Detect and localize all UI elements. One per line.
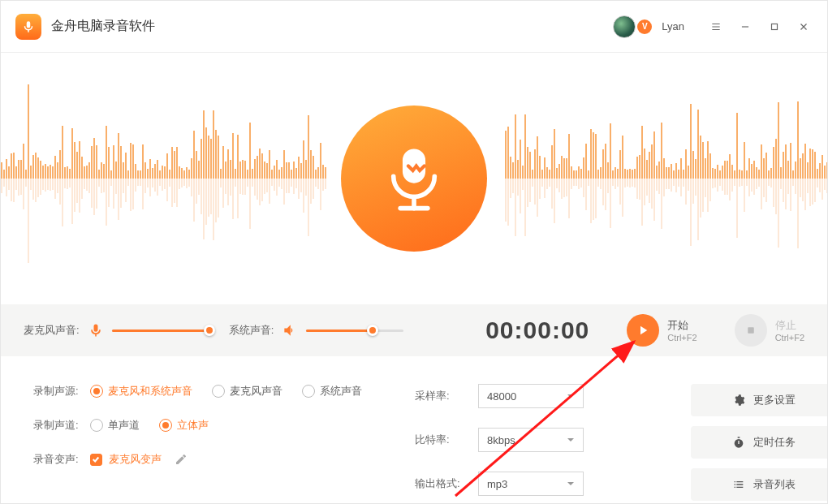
system-level-slider[interactable] xyxy=(306,330,403,332)
close-icon xyxy=(798,21,809,32)
gear-icon xyxy=(732,394,745,407)
close-button[interactable] xyxy=(791,17,816,37)
start-record-text: 开始 Ctrl+F2 xyxy=(667,318,696,342)
slider-thumb[interactable] xyxy=(367,325,378,336)
voice-fx-label: 录音变声: xyxy=(33,452,79,467)
app-logo xyxy=(15,14,41,40)
timed-task-button[interactable]: 定时任务 xyxy=(691,426,828,459)
bitrate-select[interactable]: 8kbps xyxy=(478,428,584,452)
radio-label: 麦克风和系统声音 xyxy=(108,384,192,398)
stop-record-shortcut: Ctrl+F2 xyxy=(775,333,804,342)
sample-rate-select[interactable]: 48000 xyxy=(478,384,584,408)
slider-fill xyxy=(306,330,373,332)
slider-fill xyxy=(112,330,209,332)
user-avatar[interactable] xyxy=(613,15,636,38)
format-row: 输出格式: mp3 xyxy=(415,472,691,496)
chevron-down-icon xyxy=(567,434,575,446)
format-select[interactable]: mp3 xyxy=(478,472,584,496)
menu-icon xyxy=(710,21,722,32)
svg-rect-0 xyxy=(772,24,778,29)
minimize-button[interactable] xyxy=(733,17,757,37)
hero-visualization xyxy=(1,53,827,304)
sidebtn-label: 录音列表 xyxy=(753,477,796,492)
settings-area: 录制声源: 麦克风和系统声音 麦克风声音 系统声音 录制声道: 单声道 xyxy=(1,356,827,501)
radio-dot xyxy=(90,385,103,398)
radio-mic-only[interactable]: 麦克风声音 xyxy=(212,384,282,398)
more-settings-button[interactable]: 更多设置 xyxy=(691,384,828,416)
maximize-button[interactable] xyxy=(762,17,787,37)
select-value: mp3 xyxy=(487,478,507,490)
minimize-icon xyxy=(740,21,751,32)
user-name[interactable]: Lyan xyxy=(662,20,684,32)
stopwatch-icon xyxy=(732,436,745,449)
start-record-shortcut: Ctrl+F2 xyxy=(667,333,696,342)
format-label: 输出格式: xyxy=(415,476,467,491)
bitrate-label: 比特率: xyxy=(415,433,467,447)
play-icon xyxy=(627,314,659,347)
radio-label: 立体声 xyxy=(177,418,209,433)
radio-mono[interactable]: 单声道 xyxy=(90,418,140,433)
start-record-label: 开始 xyxy=(667,318,696,333)
select-value: 8kbps xyxy=(487,434,515,446)
settings-left-column: 录制声源: 麦克风和系统声音 麦克风声音 系统声音 录制声道: 单声道 xyxy=(33,384,415,501)
record-source-label: 录制声源: xyxy=(33,384,79,398)
pencil-icon xyxy=(175,453,188,466)
mic-level-meter: 麦克风声音: xyxy=(24,322,209,338)
radio-dot xyxy=(212,385,225,398)
record-channel-label: 录制声道: xyxy=(33,418,79,433)
svg-rect-2 xyxy=(748,327,754,334)
radio-dot xyxy=(90,419,103,432)
checkbox-label: 麦克风变声 xyxy=(109,452,162,467)
checkbox-box xyxy=(90,454,102,466)
slider-thumb[interactable] xyxy=(204,325,215,336)
check-icon xyxy=(92,455,100,463)
radio-label: 系统声音 xyxy=(320,384,362,398)
stop-record-button[interactable]: 停止 Ctrl+F2 xyxy=(735,314,804,347)
mic-level-slider[interactable] xyxy=(112,330,209,332)
radio-dot xyxy=(159,419,172,432)
record-source-row: 录制声源: 麦克风和系统声音 麦克风声音 系统声音 xyxy=(33,384,415,398)
vip-badge: V xyxy=(637,19,652,34)
system-level-meter: 系统声音: xyxy=(229,322,404,338)
titlebar-right: V Lyan xyxy=(613,1,816,52)
record-channel-row: 录制声道: 单声道 立体声 xyxy=(33,418,415,433)
bitrate-row: 比特率: 8kbps xyxy=(415,428,691,452)
elapsed-timer: 00:00:00 xyxy=(485,317,589,344)
radio-stereo[interactable]: 立体声 xyxy=(159,418,209,433)
stop-icon xyxy=(735,314,767,347)
record-list-button[interactable]: 录音列表 xyxy=(691,468,828,501)
radio-label: 单声道 xyxy=(108,418,140,433)
radio-system-only[interactable]: 系统声音 xyxy=(302,384,362,398)
settings-middle-column: 采样率: 48000 比特率: 8kbps 输出格式: mp3 xyxy=(415,384,691,501)
chevron-down-icon xyxy=(567,390,575,403)
control-strip: 麦克风声音: 系统声音: 00:00:00 开始 Ctrl+F2 xyxy=(1,304,827,356)
stop-record-text: 停止 Ctrl+F2 xyxy=(775,318,804,342)
radio-dot xyxy=(302,385,315,398)
sample-rate-row: 采样率: 48000 xyxy=(415,384,691,408)
mic-icon xyxy=(88,322,104,338)
sample-rate-label: 采样率: xyxy=(415,389,467,403)
titlebar: 金舟电脑录音软件 V Lyan xyxy=(1,1,827,53)
radio-mic-and-system[interactable]: 麦克风和系统声音 xyxy=(90,384,192,398)
maximize-icon xyxy=(769,21,780,32)
app-title: 金舟电脑录音软件 xyxy=(51,18,155,35)
list-icon xyxy=(732,478,745,491)
system-level-label: 系统声音: xyxy=(229,323,274,338)
hero-mic-disc xyxy=(341,106,487,252)
start-record-button[interactable]: 开始 Ctrl+F2 xyxy=(627,314,696,347)
sidebtn-label: 更多设置 xyxy=(753,393,796,407)
edit-voice-fx-button[interactable] xyxy=(175,453,188,466)
mic-level-label: 麦克风声音: xyxy=(24,323,80,338)
checkbox-mic-fx[interactable]: 麦克风变声 xyxy=(90,452,162,467)
microphone-icon xyxy=(377,142,451,215)
select-value: 48000 xyxy=(487,390,516,403)
menu-button[interactable] xyxy=(704,17,728,37)
stop-record-label: 停止 xyxy=(775,318,804,333)
chevron-down-icon xyxy=(567,478,575,490)
sidebtn-label: 定时任务 xyxy=(753,435,796,450)
speaker-icon xyxy=(282,322,298,338)
mic-icon xyxy=(21,19,36,34)
voice-fx-row: 录音变声: 麦克风变声 xyxy=(33,452,415,467)
settings-sidebar: 更多设置 定时任务 录音列表 xyxy=(691,384,828,501)
radio-label: 麦克风声音 xyxy=(230,384,282,398)
